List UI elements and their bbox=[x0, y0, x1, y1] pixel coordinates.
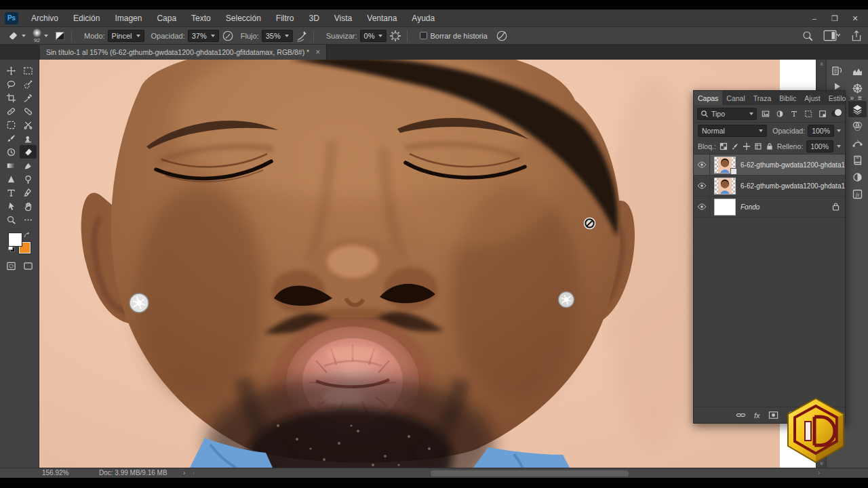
smudge-tool[interactable] bbox=[20, 159, 37, 172]
layer-row[interactable]: 6-62-gthumb-gwdata1200-ghdata12... bbox=[694, 155, 845, 176]
brush-panel-toggle[interactable] bbox=[55, 31, 66, 41]
gradient-tool[interactable] bbox=[3, 159, 20, 172]
filter-pixel-layers-icon[interactable] bbox=[760, 108, 771, 119]
pressure-size-icon[interactable] bbox=[496, 30, 508, 42]
blend-mode-select[interactable]: Normal bbox=[698, 125, 767, 137]
tab-ajustes[interactable]: Ajust bbox=[800, 91, 824, 105]
scissors-tool[interactable] bbox=[20, 118, 37, 131]
opacidad-select[interactable]: 37% bbox=[188, 30, 219, 42]
menu-archivo[interactable]: Archivo bbox=[24, 9, 66, 27]
screen-mode-button[interactable] bbox=[20, 259, 37, 272]
layer-thumbnail[interactable] bbox=[714, 199, 736, 216]
minimize-button[interactable]: – bbox=[804, 9, 825, 27]
styles-panel-icon[interactable]: fx bbox=[848, 186, 867, 202]
document-tab[interactable]: Sin título-1 al 157% (6-62-gthumb-gwdata… bbox=[40, 45, 327, 60]
menu-filtro[interactable]: Filtro bbox=[269, 9, 302, 27]
foreground-color-swatch[interactable] bbox=[9, 233, 22, 246]
photoshop-logo[interactable]: Ps bbox=[5, 12, 18, 24]
workspace-switcher-icon[interactable] bbox=[823, 30, 841, 42]
menu-3d[interactable]: 3D bbox=[301, 9, 326, 27]
layer-style-icon[interactable]: fx bbox=[754, 411, 760, 420]
zoom-level-field[interactable]: 156.92% bbox=[42, 469, 68, 476]
lock-position-icon[interactable] bbox=[743, 142, 751, 150]
menu-ayuda[interactable]: Ayuda bbox=[404, 9, 442, 27]
panel-menu-icon[interactable]: ≡ bbox=[858, 94, 862, 102]
swap-colors-icon[interactable] bbox=[24, 230, 31, 242]
histogram-panel-icon[interactable] bbox=[848, 63, 867, 79]
suavizar-select[interactable]: 0% bbox=[360, 30, 387, 42]
patch-tool[interactable] bbox=[20, 104, 37, 118]
tool-preset-picker[interactable] bbox=[7, 30, 26, 42]
type-tool[interactable] bbox=[3, 186, 20, 199]
visibility-toggle[interactable] bbox=[694, 155, 710, 176]
dodge-tool[interactable] bbox=[20, 172, 37, 186]
zoom-tool[interactable] bbox=[3, 213, 20, 226]
clone-stamp-tool[interactable] bbox=[20, 131, 37, 145]
search-icon[interactable] bbox=[802, 30, 814, 42]
lock-paint-icon[interactable] bbox=[731, 142, 739, 150]
frame-tool[interactable] bbox=[3, 118, 20, 131]
brush-size-picker[interactable]: 92 bbox=[33, 28, 48, 43]
scroll-up-icon[interactable]: ∧ bbox=[816, 61, 827, 67]
layer-filter-select[interactable]: Tipo bbox=[697, 108, 757, 120]
pressure-opacity-icon[interactable] bbox=[222, 30, 234, 42]
adjustments-panel-icon[interactable] bbox=[848, 169, 867, 185]
spot-healing-brush-tool[interactable] bbox=[3, 104, 20, 118]
menu-ventana[interactable]: Ventana bbox=[359, 9, 404, 27]
lock-artboard-icon[interactable] bbox=[754, 142, 762, 150]
tab-canales[interactable]: Canal bbox=[722, 91, 749, 105]
lock-all-icon[interactable] bbox=[766, 142, 774, 150]
menu-edicion[interactable]: Edición bbox=[66, 9, 107, 27]
flujo-select[interactable]: 35% bbox=[262, 30, 293, 42]
eraser-tool[interactable] bbox=[20, 145, 37, 159]
filter-smart-objects-icon[interactable] bbox=[817, 108, 828, 119]
opacity-select[interactable]: 100% bbox=[808, 125, 834, 137]
menu-seleccion[interactable]: Selección bbox=[218, 9, 269, 27]
tab-trazados[interactable]: Traza bbox=[749, 91, 775, 105]
rectangular-marquee-tool[interactable] bbox=[20, 64, 37, 77]
tab-bibliotecas[interactable]: Biblic bbox=[775, 91, 800, 105]
status-popup-icon[interactable]: › bbox=[183, 469, 185, 476]
collapse-panel-icon[interactable]: » bbox=[850, 94, 854, 102]
path-selection-tool[interactable] bbox=[3, 199, 20, 213]
menu-imagen[interactable]: Imagen bbox=[107, 9, 149, 27]
borrar-historia-checkbox[interactable] bbox=[420, 32, 427, 39]
link-layers-icon[interactable] bbox=[736, 410, 746, 420]
paths-panel-icon[interactable] bbox=[848, 135, 867, 151]
horizontal-scrollbar-thumb[interactable] bbox=[431, 470, 629, 476]
channels-panel-icon[interactable] bbox=[848, 118, 867, 134]
layer-thumbnail[interactable] bbox=[714, 157, 736, 174]
brush-tool[interactable] bbox=[3, 131, 20, 145]
tab-capas[interactable]: Capas bbox=[694, 91, 722, 105]
visibility-toggle[interactable] bbox=[694, 197, 710, 218]
lock-transparent-icon[interactable] bbox=[719, 142, 728, 150]
history-panel-icon[interactable] bbox=[828, 63, 846, 78]
filter-shape-layers-icon[interactable] bbox=[803, 108, 814, 119]
layer-row[interactable]: 6-62-gthumb-gwdata1200-ghdata12... bbox=[694, 176, 845, 197]
modo-select[interactable]: Pincel bbox=[108, 30, 144, 42]
close-button[interactable]: ✕ bbox=[845, 9, 865, 27]
sharpen-tool[interactable] bbox=[3, 172, 20, 186]
filter-type-layers-icon[interactable] bbox=[789, 108, 800, 119]
scroll-right-icon[interactable]: › bbox=[818, 469, 820, 476]
history-brush-tool[interactable] bbox=[3, 145, 20, 159]
filter-toggle-switch[interactable] bbox=[831, 110, 842, 117]
restore-button[interactable]: ❐ bbox=[825, 9, 845, 27]
libraries-panel-icon[interactable] bbox=[848, 152, 867, 168]
quick-selection-tool[interactable] bbox=[20, 77, 37, 91]
fill-select[interactable]: 100% bbox=[806, 140, 833, 152]
quick-mask-button[interactable] bbox=[3, 259, 20, 272]
eyedropper-tool[interactable] bbox=[20, 91, 37, 104]
airbrush-icon[interactable] bbox=[296, 30, 308, 42]
tab-estilos[interactable]: Estilo bbox=[825, 91, 850, 105]
gear-icon[interactable] bbox=[389, 30, 401, 42]
pen-tool[interactable] bbox=[20, 186, 37, 199]
visibility-toggle[interactable] bbox=[694, 176, 710, 197]
menu-vista[interactable]: Vista bbox=[327, 9, 359, 27]
add-mask-icon[interactable] bbox=[768, 410, 778, 420]
move-tool[interactable] bbox=[3, 64, 20, 77]
hand-tool[interactable] bbox=[20, 199, 37, 213]
layer-row-fondo[interactable]: Fondo bbox=[694, 197, 845, 218]
menu-texto[interactable]: Texto bbox=[184, 9, 218, 27]
share-icon[interactable] bbox=[850, 30, 863, 42]
